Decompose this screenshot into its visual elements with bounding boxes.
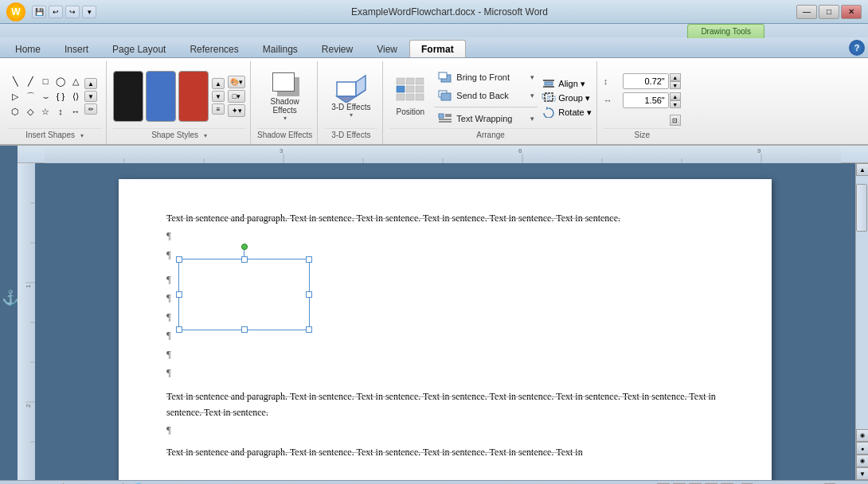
drawing-shape[interactable] (178, 259, 310, 330)
bring-to-front-button[interactable]: Bring to Front ▾ (434, 68, 538, 86)
swatches-scroll-up[interactable]: ▲ (212, 78, 225, 89)
scroll-track[interactable] (856, 176, 868, 429)
handle-top-middle[interactable] (241, 256, 248, 263)
scroll-down-button[interactable]: ▼ (856, 467, 868, 480)
minimize-button[interactable]: — (796, 5, 817, 19)
tab-references[interactable]: References (178, 40, 250, 57)
window-controls: — □ ✕ (796, 5, 862, 19)
handle-top-left[interactable] (176, 256, 182, 263)
tab-view[interactable]: View (365, 40, 409, 57)
rotate-handle[interactable] (241, 244, 248, 250)
save-button[interactable]: 💾 (32, 6, 46, 18)
scroll-up-button[interactable]: ▲ (856, 163, 868, 176)
3d-effects-button[interactable]: 3-D Effects ▾ (327, 68, 375, 125)
doc-scroll-area: 1 2 Text in sentence and paragraph. Text… (18, 163, 868, 480)
shadow-effects-button[interactable]: Shadow Effects ▾ (263, 68, 307, 125)
brace-shape[interactable]: { } (53, 89, 68, 103)
tab-review[interactable]: Review (310, 40, 365, 57)
quick-access-more-button[interactable]: ▾ (82, 6, 96, 18)
group-button[interactable]: Group ▾ (558, 93, 590, 103)
width-up[interactable]: ▲ (670, 92, 681, 100)
shape-box[interactable] (178, 259, 310, 330)
handle-middle-right[interactable] (306, 291, 312, 298)
shapes-scroll-up[interactable]: ▲ (84, 78, 97, 89)
shape-effects-button[interactable]: ✦▾ (228, 104, 245, 117)
shape-fill-button[interactable]: 🎨▾ (228, 76, 245, 88)
tab-page-layout[interactable]: Page Layout (100, 40, 178, 57)
width-input[interactable] (623, 92, 669, 108)
shapes-scroll-down[interactable]: ▼ (84, 91, 97, 102)
swatches-more[interactable]: ≡ (212, 103, 225, 115)
send-to-back-button[interactable]: Send to Back ▾ (434, 87, 538, 104)
style-swatches (113, 71, 209, 122)
scroll-select-browse[interactable]: ● (856, 442, 868, 455)
scroll-next-page[interactable]: ◉ (856, 455, 868, 467)
curve-shape[interactable]: ⌣ (38, 89, 53, 103)
scroll-thumb[interactable] (856, 184, 867, 232)
width-field: ↔ ▲ ▼ (604, 92, 681, 108)
arc-shape[interactable]: ⌒ (23, 89, 37, 103)
size-content: ↕ ▲ ▼ ↔ (604, 64, 681, 128)
help-button[interactable]: ? (849, 40, 865, 56)
diamond-shape[interactable]: ◇ (23, 104, 37, 119)
svg-text:2: 2 (25, 404, 32, 408)
swatch-black[interactable] (113, 71, 143, 122)
maximize-button[interactable]: □ (819, 5, 839, 19)
swatch-blue[interactable] (146, 71, 176, 122)
scroll-prev-page[interactable]: ◉ (856, 429, 868, 442)
position-button[interactable]: Position (389, 68, 431, 125)
undo-button[interactable]: ↩ (49, 6, 63, 18)
hex-shape[interactable]: ⬡ (8, 104, 22, 119)
3d-effects-dropdown[interactable]: ▾ (350, 111, 353, 119)
handle-middle-left[interactable] (176, 291, 182, 298)
tab-insert[interactable]: Insert (53, 40, 100, 57)
triangle-shape[interactable]: △ (68, 74, 83, 88)
size-fields: ↕ ▲ ▼ ↔ (604, 67, 681, 126)
bring-to-front-arrow[interactable]: ▾ (530, 73, 534, 81)
height-input[interactable] (623, 73, 669, 89)
svg-text:6: 6 (518, 147, 522, 154)
align-button[interactable]: Align ▾ (558, 79, 585, 89)
rect-shape[interactable]: □ (38, 74, 53, 88)
svg-marker-27 (546, 107, 549, 110)
close-button[interactable]: ✕ (841, 5, 862, 19)
vert-arrow-shape[interactable]: ↕ (53, 104, 68, 119)
swatches-scroll-down[interactable]: ▼ (212, 91, 225, 102)
edit-shape-button[interactable]: ✏ (84, 103, 97, 115)
rotate-button[interactable]: Rotate ▾ (558, 107, 591, 118)
text-wrapping-arrow[interactable]: ▾ (530, 115, 534, 123)
handle-bottom-right[interactable] (306, 326, 312, 333)
send-to-back-arrow[interactable]: ▾ (530, 92, 534, 100)
swatch-red[interactable] (178, 71, 209, 122)
shadow-effects-dropdown[interactable]: ▾ (283, 115, 287, 122)
angle-shape[interactable]: ⟨⟩ (68, 89, 83, 103)
height-icon: ↕ (604, 76, 620, 86)
insert-shapes-content: ╲ ╱ □ ◯ △ ▷ ⌒ ⌣ { } ⟨⟩ ⬡ ◇ ☆ (8, 64, 101, 128)
text-wrapping-label: Text Wrapping (456, 114, 512, 123)
tab-format[interactable]: Format (409, 40, 466, 57)
shape-styles-expand[interactable]: ▾ (204, 132, 207, 139)
text-wrapping-button[interactable]: Text Wrapping ▾ (434, 110, 538, 127)
handle-top-right[interactable] (306, 256, 312, 263)
redo-button[interactable]: ↪ (65, 6, 80, 18)
document-area: ⚓ (0, 146, 868, 480)
svg-text:9: 9 (757, 147, 761, 154)
circle-shape[interactable]: ◯ (53, 74, 68, 88)
star-shape[interactable]: ☆ (38, 104, 53, 119)
size-label: Size (604, 128, 681, 141)
insert-shapes-expand[interactable]: ▾ (80, 132, 84, 139)
tab-home[interactable]: Home (3, 40, 53, 57)
horiz-arrow-shape[interactable]: ↔ (68, 104, 83, 119)
handle-bottom-left[interactable] (176, 326, 182, 333)
handle-bottom-middle[interactable] (241, 326, 248, 333)
size-expand-button[interactable]: ⊡ (670, 115, 681, 126)
height-down[interactable]: ▼ (670, 81, 681, 89)
tab-mailings[interactable]: Mailings (251, 40, 310, 57)
line2-shape[interactable]: ╱ (23, 74, 37, 88)
line-shape[interactable]: ╲ (8, 74, 22, 88)
height-up[interactable]: ▲ (670, 73, 681, 81)
arrow-shape[interactable]: ▷ (8, 89, 22, 103)
page-area[interactable]: Text in sentence and paragraph. Text in … (35, 163, 855, 480)
width-down[interactable]: ▼ (670, 100, 681, 108)
shape-outline-button[interactable]: □▾ (228, 90, 245, 103)
